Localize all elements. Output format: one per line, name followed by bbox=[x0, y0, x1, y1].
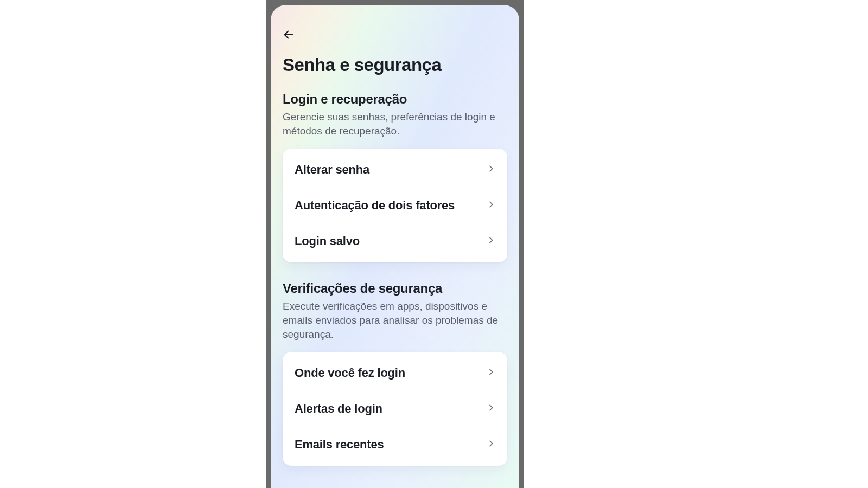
chevron-right-icon bbox=[487, 164, 495, 175]
section-security-checks: Verificações de segurança Execute verifi… bbox=[283, 281, 507, 466]
section-description: Execute verificações em apps, dispositiv… bbox=[283, 299, 507, 341]
chevron-right-icon bbox=[487, 200, 495, 211]
row-label: Autenticação de dois fatores bbox=[295, 198, 455, 213]
section-title: Verificações de segurança bbox=[283, 281, 507, 296]
row-label: Onde você fez login bbox=[295, 366, 405, 380]
row-recent-emails[interactable]: Emails recentes bbox=[283, 427, 507, 463]
card-security-checks: Onde você fez login Alertas de login bbox=[283, 352, 507, 466]
chevron-right-icon bbox=[487, 368, 495, 378]
card-login-recovery: Alterar senha Autenticação de dois fator… bbox=[283, 149, 507, 262]
row-label: Emails recentes bbox=[295, 438, 384, 452]
row-label: Alertas de login bbox=[295, 402, 382, 416]
arrow-left-icon bbox=[283, 29, 295, 43]
row-label: Login salvo bbox=[295, 234, 360, 248]
chevron-right-icon bbox=[487, 403, 495, 414]
settings-content: Senha e segurança Login e recuperação Ge… bbox=[271, 5, 519, 488]
row-change-password[interactable]: Alterar senha bbox=[283, 152, 507, 188]
back-button[interactable] bbox=[283, 27, 301, 45]
section-login-recovery: Login e recuperação Gerencie suas senhas… bbox=[283, 92, 507, 262]
stage: Senha e segurança Login e recuperação Ge… bbox=[0, 0, 868, 488]
row-where-logged-in[interactable]: Onde você fez login bbox=[283, 355, 507, 391]
device-frame: Senha e segurança Login e recuperação Ge… bbox=[266, 0, 524, 488]
section-description: Gerencie suas senhas, preferências de lo… bbox=[283, 110, 507, 138]
chevron-right-icon bbox=[487, 236, 495, 247]
row-saved-login[interactable]: Login salvo bbox=[283, 223, 507, 259]
page-title: Senha e segurança bbox=[283, 55, 507, 75]
row-login-alerts[interactable]: Alertas de login bbox=[283, 391, 507, 427]
device-screen: Senha e segurança Login e recuperação Ge… bbox=[271, 5, 519, 488]
row-two-factor-auth[interactable]: Autenticação de dois fatores bbox=[283, 188, 507, 223]
row-label: Alterar senha bbox=[295, 163, 369, 177]
chevron-right-icon bbox=[487, 439, 495, 450]
section-title: Login e recuperação bbox=[283, 92, 507, 107]
